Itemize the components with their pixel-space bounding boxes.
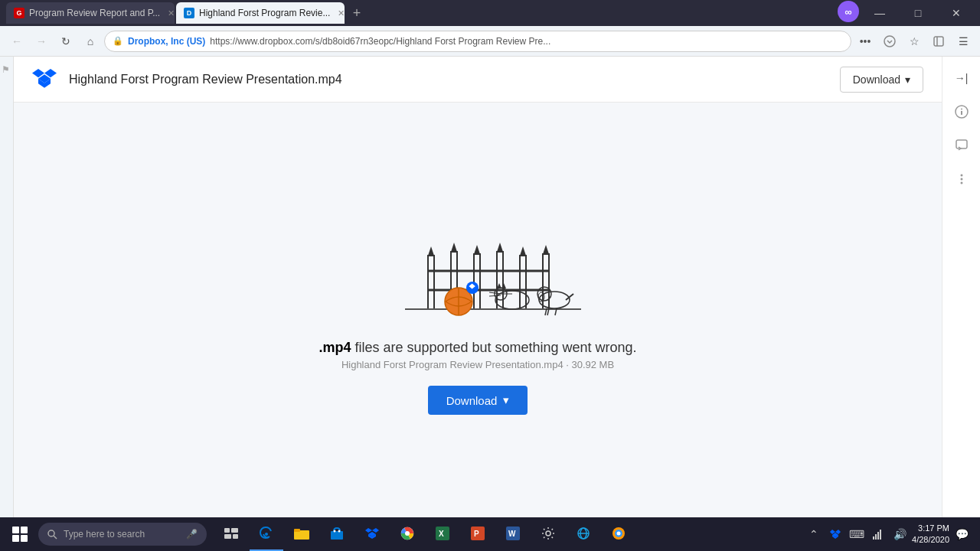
taskbar-firefox[interactable] — [602, 517, 635, 551]
start-button[interactable] — [3, 517, 37, 551]
taskbar-apps: X P W — [208, 517, 803, 551]
file-title: Highland Forst Program Review Presentati… — [69, 73, 828, 86]
profile-icon[interactable]: ∞ — [838, 1, 859, 22]
tab2-favicon: D — [184, 8, 194, 18]
svg-marker-20 — [520, 246, 526, 256]
left-strip: ⚑ — [0, 57, 14, 551]
filetype-label: .mp4 — [318, 340, 351, 355]
header-download-label: Download — [853, 73, 900, 86]
svg-rect-8 — [428, 256, 434, 309]
clock-time: 3:17 PM — [912, 523, 949, 534]
panel-comment-button[interactable] — [948, 132, 975, 159]
svg-point-66 — [405, 531, 410, 536]
svg-rect-51 — [231, 528, 238, 533]
taskbar-edge[interactable] — [250, 517, 283, 551]
svg-marker-21 — [543, 245, 549, 254]
svg-rect-85 — [873, 536, 874, 540]
svg-rect-87 — [877, 532, 879, 540]
tab1-label: Program Review Report and P... — [29, 8, 160, 18]
pocket-button[interactable] — [879, 31, 900, 52]
taskbar-file-explorer[interactable] — [285, 517, 318, 551]
clock-date: 4/28/2020 — [912, 534, 949, 546]
svg-rect-57 — [331, 531, 343, 540]
svg-text:X: X — [439, 530, 444, 538]
titlebar: G Program Review Report and P... ✕ D Hig… — [0, 0, 980, 26]
sidebar-toggle[interactable] — [928, 31, 949, 52]
svg-rect-44 — [956, 140, 967, 148]
file-info: Highland Forst Program Review Presentati… — [318, 359, 636, 370]
maximize-button[interactable]: □ — [900, 1, 936, 25]
svg-point-45 — [960, 174, 962, 177]
panel-more-button[interactable] — [948, 165, 975, 193]
taskbar-dropbox[interactable] — [355, 517, 389, 551]
taskbar-powerpoint[interactable]: P — [461, 517, 495, 551]
forward-button[interactable]: → — [31, 31, 52, 52]
taskbar-chrome[interactable] — [390, 517, 424, 551]
tray-network[interactable] — [869, 525, 887, 543]
taskbar-task-view[interactable] — [214, 517, 248, 551]
home-button[interactable]: ⌂ — [80, 31, 101, 52]
tray-dropbox[interactable] — [826, 525, 844, 543]
tab1-close[interactable]: ✕ — [165, 7, 175, 19]
main-download-label: Download — [446, 394, 498, 407]
svg-rect-56 — [294, 529, 300, 532]
panel-info-button[interactable] — [948, 98, 975, 126]
dropbox-logo — [32, 66, 57, 93]
system-clock[interactable]: 3:17 PM 4/28/2020 — [912, 523, 949, 546]
taskbar-settings[interactable] — [531, 517, 565, 551]
panel-expand-button[interactable]: →| — [948, 64, 975, 92]
taskbar-word[interactable]: W — [496, 517, 530, 551]
svg-marker-30 — [501, 283, 506, 289]
tray-up-arrow[interactable]: ⌃ — [805, 525, 823, 543]
tab2-close[interactable]: ✕ — [335, 7, 345, 19]
svg-marker-60 — [365, 528, 372, 533]
svg-point-0 — [884, 36, 895, 47]
svg-point-43 — [961, 109, 962, 110]
tray-volume[interactable]: 🔊 — [890, 525, 909, 543]
taskbar-ie[interactable] — [567, 517, 600, 551]
tab-program-review[interactable]: G Program Review Report and P... ✕ — [6, 2, 175, 24]
header-download-button[interactable]: Download ▾ — [840, 67, 923, 93]
svg-rect-11 — [497, 252, 503, 309]
refresh-button[interactable]: ↻ — [55, 31, 77, 52]
tab-highland-forst[interactable]: D Highland Forst Program Revie... ✕ — [176, 2, 345, 24]
taskbar-search[interactable]: Type here to search 🎤 — [38, 523, 207, 546]
reader-mode-button[interactable]: ☰ — [952, 31, 974, 52]
lock-icon: 🔒 — [113, 36, 123, 46]
tray-keyboard[interactable]: ⌨ — [848, 525, 866, 543]
svg-point-54 — [265, 533, 268, 536]
error-message: .mp4 files are supported but something w… — [318, 340, 636, 370]
main-layout: ⚑ Highland Forst Program Review Presenta… — [0, 57, 980, 551]
right-panel: →| — [942, 57, 980, 551]
flag-icon[interactable]: ⚑ — [2, 64, 12, 75]
taskbar-store[interactable] — [320, 517, 354, 551]
svg-text:W: W — [508, 530, 516, 538]
tab2-label: Highland Forst Program Revie... — [199, 8, 330, 18]
bookmark-button[interactable]: ☆ — [903, 31, 925, 52]
more-options-button[interactable]: ••• — [854, 31, 876, 52]
svg-line-49 — [54, 536, 57, 539]
new-tab-button[interactable]: + — [346, 2, 368, 24]
content-area: Highland Forst Program Review Presentati… — [14, 57, 942, 551]
svg-point-58 — [334, 530, 336, 533]
main-download-button[interactable]: Download ▾ — [428, 386, 528, 415]
svg-rect-88 — [880, 530, 881, 540]
tray-notification[interactable]: 💬 — [952, 525, 971, 543]
svg-point-46 — [960, 178, 962, 181]
svg-rect-86 — [875, 534, 877, 540]
back-button[interactable]: ← — [6, 31, 28, 52]
svg-marker-18 — [474, 245, 480, 254]
taskbar-excel[interactable]: X — [426, 517, 459, 551]
svg-marker-61 — [372, 528, 379, 533]
svg-point-48 — [48, 530, 54, 536]
nav-right-controls: ••• ☆ ☰ — [854, 31, 974, 52]
taskbar-tray: ⌃ ⌨ 🔊 3:17 PM 4/28/2020 💬 — [805, 523, 977, 546]
minimize-button[interactable]: — — [862, 1, 897, 25]
svg-rect-53 — [233, 534, 238, 539]
window-controls: ∞ — □ ✕ — [838, 1, 974, 25]
svg-marker-17 — [451, 243, 457, 252]
address-bar[interactable]: 🔒 Dropbox, Inc (US) https://www.dropbox.… — [104, 31, 851, 52]
preview-area: .mp4 files are supported but something w… — [14, 103, 942, 545]
close-button[interactable]: ✕ — [939, 1, 974, 25]
svg-line-32 — [489, 295, 501, 296]
